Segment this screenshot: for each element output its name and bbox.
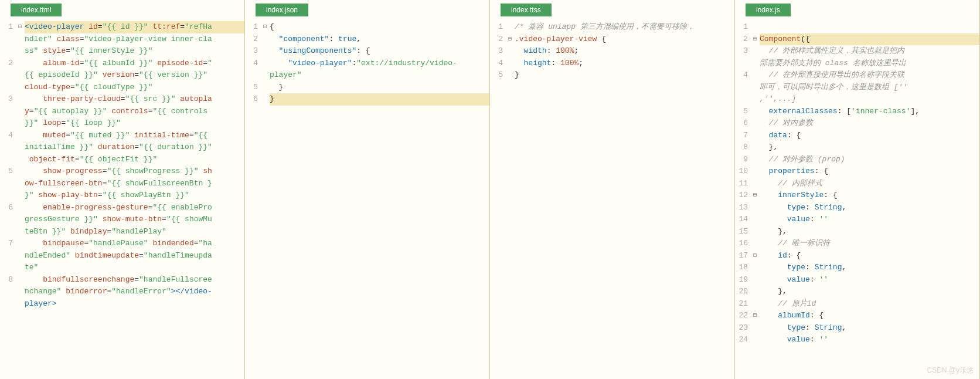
code-line[interactable]: // 外部样式属性定义，其实也就是把内 xyxy=(760,45,979,57)
editor-pane-js: index.js 1234567891011121314151617181920… xyxy=(735,0,980,379)
code-line[interactable]: height: 100%; xyxy=(515,57,734,70)
code-line[interactable]: } xyxy=(270,82,489,94)
code-line[interactable]: innerStyle: { xyxy=(760,190,979,202)
code-line[interactable]: // 内部样式 xyxy=(760,178,979,190)
code-line[interactable]: ndleEnded" bindtimeupdate="handleTimeupd… xyxy=(25,250,244,262)
code-line[interactable]: "usingComponents": { xyxy=(270,45,489,57)
code-json[interactable]: { "component": true, "usingComponents": … xyxy=(268,21,489,377)
code-line[interactable]: "video-player":"ext://industry/video- xyxy=(270,57,489,70)
gutter-js: 123456789101112131415161718192021222324 xyxy=(735,21,751,377)
code-line[interactable]: } xyxy=(515,69,734,82)
gutter-ttml: 12345678 xyxy=(0,21,16,377)
tab-ttml[interactable]: index.ttml xyxy=(11,4,62,16)
code-ttss[interactable]: /* 兼容 uniapp 第三方混编使用，不需要可移除，.video-playe… xyxy=(513,21,734,377)
code-line[interactable]: type: String, xyxy=(760,322,979,334)
code-line[interactable]: }, xyxy=(760,286,979,298)
fold-ttss[interactable]: ⊟ xyxy=(506,21,513,377)
code-line[interactable]: // 对内参数 xyxy=(760,117,979,130)
code-line[interactable]: // 原片id xyxy=(760,298,979,310)
code-line[interactable]: 部需要外部支持的 class 名称放这里导出 xyxy=(760,57,979,70)
editor-json[interactable]: 123456 ⊟ { "component": true, "usingComp… xyxy=(245,21,489,377)
code-line[interactable]: nchange" binderror="handleError"></video… xyxy=(25,286,244,298)
code-line[interactable]: // 在外部直接使用导出的名称字段关联 xyxy=(760,69,979,82)
fold-ttml[interactable]: ⊟ xyxy=(16,21,23,377)
code-line[interactable] xyxy=(760,21,979,33)
code-line[interactable]: player" xyxy=(270,69,489,82)
code-line[interactable]: }" show-play-btn="{{ showPlayBtn }}" xyxy=(25,190,244,202)
code-line[interactable]: y="{{ autoplay }}" controls="{{ controls xyxy=(25,106,244,118)
code-line[interactable]: show-progress="{{ showProgress }}" sh xyxy=(25,165,244,178)
code-line[interactable]: albumId: { xyxy=(760,310,979,322)
editor-ttss[interactable]: 12345 ⊟ /* 兼容 uniapp 第三方混编使用，不需要可移除，.vid… xyxy=(490,21,734,377)
editor-ttml[interactable]: 12345678 ⊟ <video-player id="{{ id }}" t… xyxy=(0,21,244,377)
code-line[interactable]: }, xyxy=(760,141,979,154)
watermark: CSDN @y乐悠 xyxy=(927,366,974,375)
editor-pane-json: index.json 123456 ⊟ { "component": true,… xyxy=(245,0,490,379)
code-js[interactable]: Component({ // 外部样式属性定义，其实也就是把内部需要外部支持的 … xyxy=(758,21,979,377)
code-line[interactable]: teBtn }}" bindplay="handlePlay" xyxy=(25,226,244,238)
editor-pane-ttss: index.ttss 12345 ⊟ /* 兼容 uniapp 第三方混编使用，… xyxy=(490,0,735,379)
code-line[interactable]: value: '' xyxy=(760,274,979,286)
gutter-json: 123456 xyxy=(245,21,261,377)
code-line[interactable]: type: String, xyxy=(760,262,979,274)
code-line[interactable]: }, xyxy=(760,226,979,238)
code-line[interactable]: /* 兼容 uniapp 第三方混编使用，不需要可移除， xyxy=(515,21,734,33)
gutter-ttss: 12345 xyxy=(490,21,506,377)
code-line[interactable]: Component({ xyxy=(760,33,979,46)
code-line[interactable]: value: '' xyxy=(760,214,979,226)
code-line[interactable]: bindpause="handlePause" bindended="ha xyxy=(25,238,244,250)
code-line[interactable]: <video-player id="{{ id }}" tt:ref="refH… xyxy=(25,21,244,33)
code-line[interactable]: // 对外参数 (prop) xyxy=(760,154,979,166)
code-line[interactable]: properties: { xyxy=(760,165,979,178)
code-line[interactable]: album-id="{{ albumId }}" episode-id=" xyxy=(25,57,244,70)
code-line[interactable]: initialTime }}" duration="{{ duration }}… xyxy=(25,141,244,154)
code-line[interactable]: {{ episodeId }}" version="{{ version }}" xyxy=(25,69,244,82)
code-line[interactable]: player> xyxy=(25,298,244,310)
code-line[interactable]: } xyxy=(270,93,489,106)
code-line[interactable]: ss" style="{{ innerStyle }}" xyxy=(25,45,244,57)
code-line[interactable]: data: { xyxy=(760,130,979,142)
editor-js[interactable]: 123456789101112131415161718192021222324 … xyxy=(735,21,979,377)
code-line[interactable]: te" xyxy=(25,262,244,274)
code-line[interactable]: enable-progress-gesture="{{ enablePro xyxy=(25,202,244,214)
code-line[interactable]: object-fit="{{ objectFit }}" xyxy=(25,154,244,166)
code-line[interactable]: value: '' xyxy=(760,334,979,346)
code-line[interactable]: ,'',...] xyxy=(760,93,979,106)
code-line[interactable]: }}" loop="{{ loop }}" xyxy=(25,117,244,130)
fold-js[interactable]: ⊟⊟⊟⊟ xyxy=(751,21,758,377)
code-line[interactable]: ow-fullscreen-btn="{{ showFullscreenBtn … xyxy=(25,178,244,190)
editor-pane-ttml: index.ttml 12345678 ⊟ <video-player id="… xyxy=(0,0,245,379)
code-line[interactable]: type: String, xyxy=(760,202,979,214)
fold-json[interactable]: ⊟ xyxy=(261,21,268,377)
code-ttml[interactable]: <video-player id="{{ id }}" tt:ref="refH… xyxy=(23,21,244,377)
code-line[interactable]: width: 100%; xyxy=(515,45,734,57)
code-line[interactable]: bindfullscreenchange="handleFullscree xyxy=(25,274,244,286)
code-line[interactable]: id: { xyxy=(760,250,979,262)
code-line[interactable]: cloud-type="{{ cloudType }}" xyxy=(25,82,244,94)
code-line[interactable]: .video-player-view { xyxy=(515,33,734,46)
code-line[interactable]: externalClasses: ['inner-class'], xyxy=(760,106,979,118)
code-line[interactable]: muted="{{ muted }}" initial-time="{{ xyxy=(25,130,244,142)
code-line[interactable]: { xyxy=(270,21,489,33)
code-line[interactable]: ndler" class="video-player-view inner-cl… xyxy=(25,33,244,46)
code-line[interactable]: "component": true, xyxy=(270,33,489,46)
code-line[interactable]: gressGesture }}" show-mute-btn="{{ showM… xyxy=(25,214,244,226)
code-line[interactable]: 即可，可以同时导出多个，这里是数组 ['' xyxy=(760,82,979,94)
tab-js[interactable]: index.js xyxy=(746,4,791,16)
tab-ttss[interactable]: index.ttss xyxy=(501,4,552,16)
code-line[interactable]: // 唯一标识符 xyxy=(760,238,979,250)
code-line[interactable]: three-party-cloud="{{ src }}" autopla xyxy=(25,93,244,106)
tab-json[interactable]: index.json xyxy=(256,4,308,16)
